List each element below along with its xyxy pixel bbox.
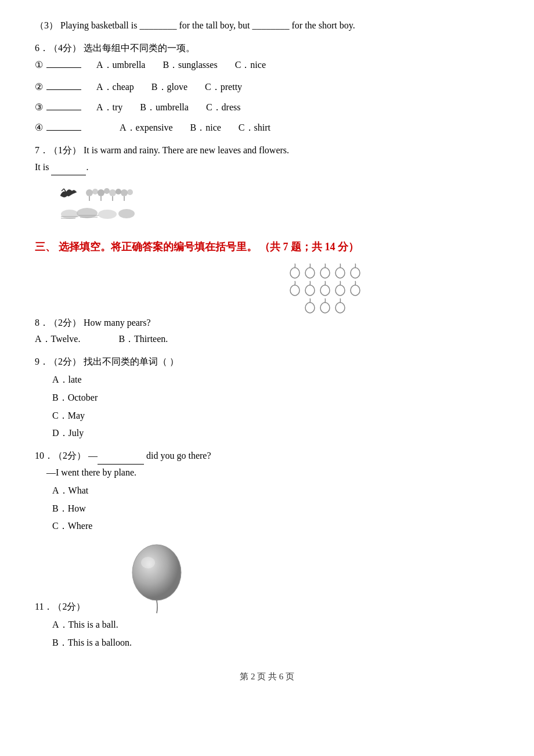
grass-decoration [58, 204, 499, 227]
pear-icon [334, 262, 347, 279]
question-11-text: 11．（2分） [35, 599, 499, 615]
svg-point-32 [305, 303, 315, 313]
svg-point-27 [290, 285, 300, 296]
q6-options-1: A．umbrella B．sunglasses C．nice [96, 57, 266, 74]
question-9-block: 9．（2分） 找出不同类的单词（ ） A．late B．October C．Ma… [35, 354, 499, 442]
question-7-block: 7．（1分） It is warm and rainy. There are n… [35, 142, 499, 176]
q7-blank[interactable] [51, 165, 86, 175]
svg-point-7 [116, 189, 121, 195]
question-7-line2: It is . [35, 159, 499, 176]
pear-row-3 [304, 297, 347, 314]
q6-blank-3[interactable] [46, 100, 81, 110]
question-6-block: 6．（4分） 选出每组中不同类的一项。 ① A．umbrella B．sungl… [35, 40, 499, 136]
svg-point-36 [141, 557, 155, 568]
pear-icon [349, 280, 362, 296]
pear-icon [304, 280, 316, 296]
page-footer: 第 2 页 共 6 页 [35, 669, 499, 685]
svg-point-8 [121, 189, 128, 196]
pear-icon [349, 262, 362, 279]
pear-icon [304, 297, 316, 314]
pear-icon [288, 280, 301, 296]
q6-num-1: ① [35, 57, 43, 74]
svg-point-17 [118, 209, 135, 218]
q6-options-2: A．cheap B．glove C．pretty [96, 79, 242, 96]
pear-icon [334, 297, 347, 314]
question-8-text: 8．（2分） How many pears? [35, 315, 499, 332]
q6-item-4: ④ A．expensive B．nice C．shirt [35, 120, 499, 136]
svg-point-9 [127, 189, 133, 195]
svg-point-4 [98, 189, 104, 196]
q11-option-b: B．This is a balloon. [52, 635, 499, 651]
svg-point-33 [320, 303, 330, 313]
pear-row-2 [288, 280, 362, 296]
question-8-block: 8．（2分） How many pears? A．Twelve. B．Thirt… [35, 315, 499, 348]
q10-blank[interactable] [98, 454, 144, 465]
q8-option-a: A．Twelve. [35, 331, 80, 348]
pear-row-1 [288, 262, 362, 279]
q6-num-4: ④ [35, 120, 43, 136]
question-7-text: 7．（1分） It is warm and rainy. There are n… [35, 142, 499, 159]
q6-options-3: A．try B．umbrella C．dress [96, 99, 240, 116]
svg-point-25 [335, 268, 345, 278]
svg-point-26 [351, 268, 360, 278]
section-3-header: 三、 选择填空。将正确答案的编号填在括号里。 （共 7 题；共 14 分） [35, 237, 499, 256]
q8-options: A．Twelve. B．Thirteen. [35, 331, 499, 348]
svg-point-30 [335, 285, 345, 296]
svg-point-2 [86, 189, 93, 196]
pear-icon [288, 262, 301, 279]
svg-point-16 [98, 210, 117, 219]
svg-point-6 [109, 189, 116, 196]
question-3-block: （3） Playing basketball is ________ for t… [35, 17, 499, 34]
q11-options: A．This is a ball. B．This is a balloon. [35, 617, 499, 651]
svg-line-1 [62, 189, 64, 191]
svg-point-29 [320, 285, 330, 296]
q9-option-c: C．May [52, 408, 499, 424]
question-3-text: （3） Playing basketball is ________ for t… [35, 17, 499, 34]
q9-option-b: B．October [52, 390, 499, 406]
svg-point-15 [77, 208, 98, 218]
flowers-icon [84, 181, 136, 201]
svg-point-22 [290, 268, 300, 278]
q8-option-b: B．Thirteen. [118, 331, 168, 348]
bird-decoration [58, 181, 499, 201]
q10-options: A．What B．How C．Where [35, 483, 499, 535]
q6-num-3: ③ [35, 99, 43, 116]
svg-point-23 [305, 268, 315, 278]
q6-item-1: ① A．umbrella B．sunglasses C．nice [35, 57, 499, 76]
bird-icon [58, 184, 79, 201]
q9-option-a: A．late [52, 372, 499, 388]
question-11-block: 11．（2分） A．This is a ball. B．This is a ba… [35, 599, 499, 651]
svg-point-24 [320, 268, 330, 278]
q6-options-4: A．expensive B．nice C．shirt [120, 120, 270, 136]
q9-options: A．late B．October C．May D．July [35, 372, 499, 442]
q6-blank-1[interactable] [46, 57, 81, 68]
q10-option-c: C．Where [52, 518, 499, 535]
pear-icon [319, 280, 331, 296]
q9-option-d: D．July [52, 425, 499, 442]
svg-point-34 [335, 303, 345, 313]
pear-icon [304, 262, 316, 279]
question-6-header: 6．（4分） 选出每组中不同类的一项。 [35, 40, 499, 57]
question-10-text: 10．（2分） — did you go there? [35, 448, 499, 465]
pear-icon [319, 262, 331, 279]
question-9-text: 9．（2分） 找出不同类的单词（ ） [35, 354, 499, 370]
page-number: 第 2 页 共 6 页 [240, 672, 294, 681]
q6-item-2: ② A．cheap B．glove C．pretty [35, 79, 499, 96]
balloon-image [128, 541, 186, 599]
q6-blank-4[interactable] [46, 120, 81, 131]
question-10-block: 10．（2分） — did you go there? —I went ther… [35, 448, 499, 535]
q6-blank-2[interactable] [46, 80, 81, 90]
svg-point-31 [351, 285, 360, 296]
grass-icon [58, 204, 139, 221]
svg-point-3 [92, 189, 98, 195]
svg-point-5 [104, 188, 110, 194]
pear-image [151, 262, 499, 315]
question-10-line2: —I went there by plane. [46, 465, 499, 481]
pear-icon [319, 297, 331, 314]
svg-point-28 [305, 285, 315, 296]
q10-option-a: A．What [52, 483, 499, 499]
q11-option-a: A．This is a ball. [52, 617, 499, 633]
balloon-icon [128, 541, 186, 616]
q10-option-b: B．How [52, 501, 499, 517]
q6-num-2: ② [35, 79, 43, 96]
